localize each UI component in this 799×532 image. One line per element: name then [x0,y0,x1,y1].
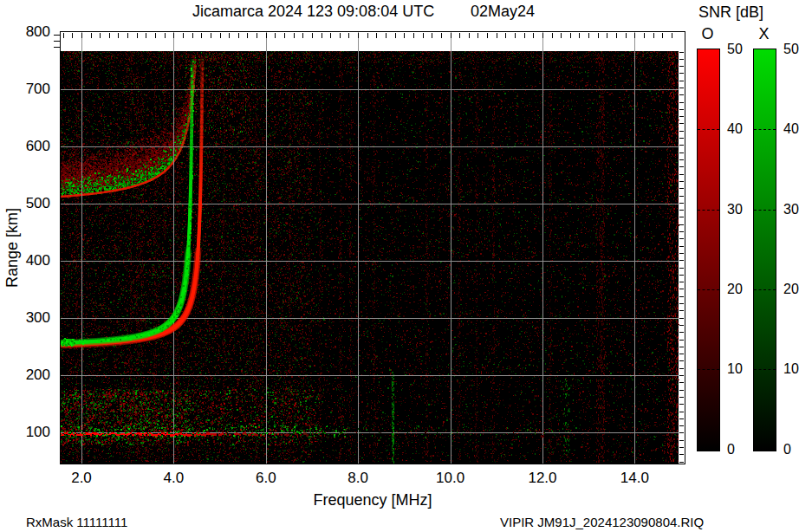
colorbar-tick-label: 20 [783,282,799,296]
y-tick-label: 100 [0,425,50,440]
y-tick-label: 600 [0,139,50,154]
ionogram-canvas [61,32,685,464]
colorbar-tick-dash [698,369,719,370]
colorbar-x-gradient [753,49,776,451]
x-tick-label: 2.0 [54,470,109,486]
rxmask-annotation: RxMask 11111111 [26,516,127,529]
colorbar-x-label: X [752,25,776,43]
ionogram-figure: Jicamarca 2024 123 09:08:04 UTC 02May24 … [0,0,799,532]
colorbar-o-label: O [696,25,719,43]
colorbar-tick-label: 20 [727,282,750,296]
colorbar-tick-dash [698,210,719,211]
x-tick-label: 14.0 [607,470,662,486]
colorbar-tick-label: 40 [783,121,799,136]
y-tick-label: 200 [0,367,50,383]
colorbar-tick-label: 50 [727,42,750,56]
x-tick-label: 8.0 [330,470,386,486]
x-tick-label: 12.0 [515,470,570,486]
colorbar-o-gradient [697,49,720,451]
plot-title: Jicamarca 2024 123 09:08:04 UTC [192,3,434,20]
colorbar-tick-label: 50 [783,42,799,56]
colorbar-tick-label: 10 [783,361,799,376]
colorbar-tick-dash [754,210,776,211]
colorbar-tick-dash [698,129,719,130]
colorbar-tick-label: 40 [727,121,750,136]
colorbar-tick-dash [698,289,719,290]
colorbar-tick-label: 10 [727,361,750,376]
y-tick-label: 300 [0,310,50,326]
colorbar-tick-label: 30 [727,202,750,217]
colorbar-tick-label: 0 [727,442,750,457]
y-tick-label: 700 [0,81,50,97]
y-tick-label: 800 [0,24,50,40]
x-tick-label: 6.0 [238,470,294,486]
x-tick-label: 10.0 [423,470,478,486]
no-data-hatch-left-icon [54,35,61,50]
colorbar-title: SNR [dB] [698,3,763,21]
colorbar-tick-label: 30 [783,202,799,217]
plot-date: 02May24 [471,3,535,20]
colorbar-tick-dash [754,369,776,370]
x-axis-label: Frequency [MHz] [313,491,432,509]
colorbar-tick-label: 0 [783,442,799,457]
colorbar-tick-dash [754,289,776,290]
colorbar-tick-dash [754,129,776,130]
x-tick-label: 4.0 [146,470,201,486]
y-axis-label: Range [km] [3,208,21,288]
file-annotation: VIPIR JM91J_2024123090804.RIQ [500,516,704,529]
